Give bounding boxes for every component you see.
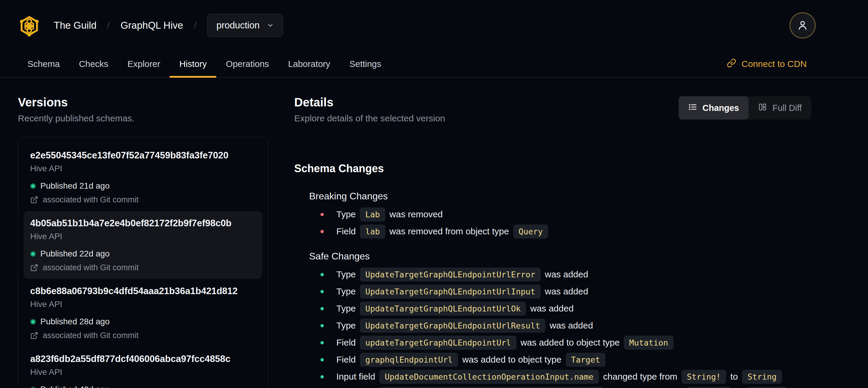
user-menu-button[interactable] [789, 12, 816, 38]
details-panel: Details Explore details of the selected … [268, 78, 811, 388]
version-hash: 4b05ab51b1b4a7e2e4b0ef82172f2b9f7ef98c0b [30, 218, 256, 229]
safe-changes-group: Safe Changes TypeUpdateTargetGraphQLEndp… [294, 250, 811, 388]
versions-panel: Versions Recently published schemas. e2e… [18, 78, 268, 388]
change-text: was removed [390, 209, 443, 219]
version-status: Published 40d ago [30, 384, 256, 388]
details-title: Details [294, 95, 445, 110]
app-root: The Guild / GraphQL Hive / production [0, 0, 868, 388]
code-chip: String! [682, 370, 726, 384]
code-chip: Query [513, 225, 548, 239]
version-list-item[interactable]: a823f6db2a55df877dcf406006abca97fcc4858c… [24, 347, 262, 388]
tab-checks[interactable]: Checks [69, 51, 118, 77]
tab-explorer[interactable]: Explorer [118, 51, 170, 77]
code-chip: UpdateTargetGraphQLEndpointUrlError [360, 268, 540, 281]
brand-row: The Guild / GraphQL Hive / production [0, 0, 868, 51]
change-text: was added [545, 287, 588, 297]
full-diff-view-label: Full Diff [772, 103, 802, 113]
version-list-item[interactable]: c8b6e88a06793b9c4dfd54aaa21b36a1b421d812… [24, 279, 262, 347]
change-text: was added [530, 303, 574, 314]
schema-change-row: TypeUpdateTargetGraphQLEndpointUrlOkwas … [294, 301, 811, 316]
versions-card: e2e55045345ce13fe07f52a77459b83fa3fe7020… [18, 137, 268, 388]
breadcrumb-project[interactable]: GraphQL Hive [120, 20, 183, 31]
change-text: Field [336, 355, 356, 365]
version-list-item[interactable]: 4b05ab51b1b4a7e2e4b0ef82172f2b9f7ef98c0b… [24, 211, 262, 279]
schema-change-row: TypeUpdateTargetGraphQLEndpointUrlResult… [294, 318, 811, 333]
tab-operations[interactable]: Operations [216, 51, 278, 77]
columns-icon [758, 102, 767, 114]
changes-view-label: Changes [703, 103, 739, 113]
code-chip: String! [686, 387, 731, 388]
status-dot-icon [30, 183, 36, 189]
change-text: Type [336, 321, 356, 331]
code-chip: UpdateDocumentCollectionOperationInput.n… [379, 370, 599, 384]
changes-view-button[interactable]: Changes [679, 96, 748, 120]
hive-logo-icon[interactable] [17, 13, 42, 38]
change-text: Field [336, 337, 356, 348]
code-chip: UpdateDocumentCollectionOperationInput.q… [379, 387, 603, 388]
breaking-changes-list: TypeLabwas removedFieldlabwas removed fr… [294, 207, 811, 239]
change-text: was added [545, 269, 588, 279]
change-text: Input field [336, 371, 375, 382]
schema-change-row: TypeLabwas removed [294, 207, 811, 222]
tab-history[interactable]: History [169, 51, 216, 77]
breadcrumb-org[interactable]: The Guild [54, 20, 96, 31]
schema-changes-section: Schema Changes Breaking Changes TypeLabw… [294, 162, 811, 388]
version-service: Hive API [30, 299, 256, 309]
git-commit-label: associated with Git commit [43, 195, 138, 205]
breadcrumb-separator: / [194, 20, 196, 30]
git-commit-link[interactable]: associated with Git commit [30, 331, 256, 340]
schema-change-row: TypeUpdateTargetGraphQLEndpointUrlErrorw… [294, 267, 811, 282]
bullet-icon [320, 307, 324, 310]
user-icon [796, 19, 809, 33]
safe-changes-title: Safe Changes [309, 250, 811, 262]
bullet-icon [320, 213, 324, 216]
git-commit-link[interactable]: associated with Git commit [30, 195, 256, 205]
view-toggle: Changes Full Diff [679, 96, 811, 120]
breadcrumb-separator: / [107, 20, 110, 30]
tab-laboratory[interactable]: Laboratory [279, 51, 340, 77]
version-service: Hive API [30, 367, 256, 377]
bullet-icon [320, 324, 324, 327]
versions-title: Versions [18, 95, 268, 110]
change-text: was added [550, 321, 593, 331]
connect-to-cdn-link[interactable]: Connect to CDN [727, 51, 807, 77]
version-service: Hive API [30, 231, 256, 241]
main-content: Versions Recently published schemas. e2e… [0, 78, 868, 388]
git-commit-label: associated with Git commit [43, 263, 138, 272]
status-dot-icon [30, 387, 36, 388]
change-text: was added to object type [521, 337, 620, 348]
code-chip: UpdateTargetGraphQLEndpointUrlOk [360, 302, 526, 316]
link-icon [727, 58, 736, 70]
code-chip: Target [566, 353, 606, 367]
bullet-icon [320, 358, 324, 361]
schema-change-row: Input fieldUpdateDocumentCollectionOpera… [294, 369, 811, 384]
code-chip: Mutation [624, 336, 674, 350]
bullet-icon [320, 230, 324, 233]
version-list-item[interactable]: e2e55045345ce13fe07f52a77459b83fa3fe7020… [24, 143, 262, 211]
main-nav: Schema Checks Explorer History Operation… [18, 51, 391, 77]
details-subtitle: Explore details of the selected version [294, 113, 445, 124]
tab-schema[interactable]: Schema [18, 51, 69, 77]
target-selector-value: production [216, 20, 259, 31]
safe-changes-list: TypeUpdateTargetGraphQLEndpointUrlErrorw… [294, 267, 811, 388]
version-hash: a823f6db2a55df877dcf406006abca97fcc4858c [30, 353, 256, 365]
tab-settings[interactable]: Settings [340, 51, 391, 77]
bullet-icon [320, 273, 324, 276]
versions-list: e2e55045345ce13fe07f52a77459b83fa3fe7020… [24, 143, 262, 388]
git-commit-link[interactable]: associated with Git commit [30, 263, 256, 272]
version-hash: c8b6e88a06793b9c4dfd54aaa21b36a1b421d812 [30, 286, 256, 297]
schema-changes-title: Schema Changes [294, 162, 811, 175]
change-text: Type [336, 287, 356, 297]
bullet-icon [320, 290, 324, 293]
full-diff-view-button[interactable]: Full Diff [748, 96, 811, 120]
main-nav-row: Schema Checks Explorer History Operation… [0, 51, 868, 78]
code-chip: updateTargetGraphQLEndpointUrl [360, 336, 517, 350]
bullet-icon [320, 341, 324, 345]
target-selector[interactable]: production [207, 14, 283, 37]
code-chip: String [747, 387, 787, 388]
change-text: Type [336, 209, 356, 219]
change-text: Field [336, 226, 356, 236]
code-chip: Lab [360, 207, 385, 221]
status-dot-icon [30, 251, 36, 257]
external-link-icon [30, 331, 38, 339]
